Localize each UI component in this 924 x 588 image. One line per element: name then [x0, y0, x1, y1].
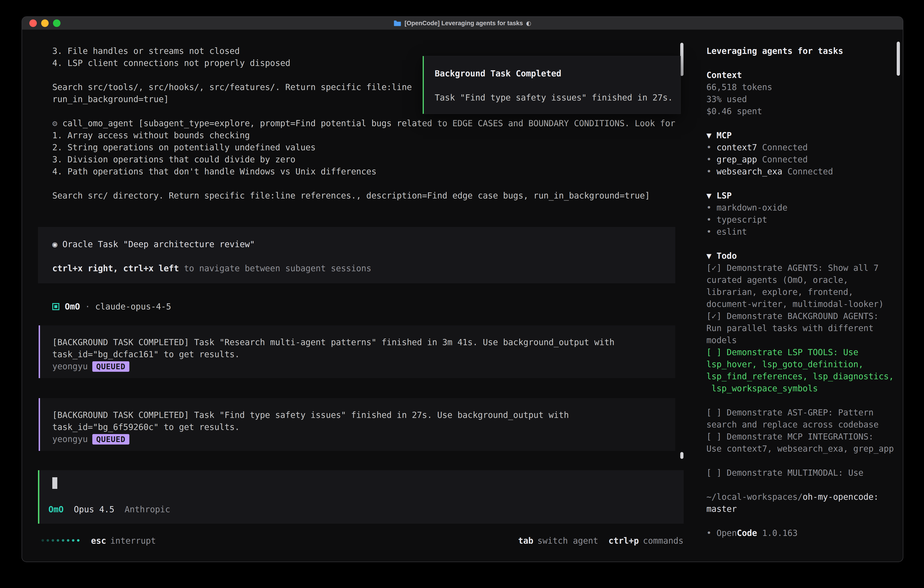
text-segment: typescript	[717, 215, 767, 225]
message-line: [BACKGROUND TASK COMPLETED] Task "Resear…	[52, 336, 675, 349]
sidebar-content: Leveraging agents for tasks Context66,51…	[706, 45, 894, 539]
transcript-scrollbar-thumb-bottom[interactable]	[680, 452, 683, 459]
terminal-line	[706, 455, 894, 467]
folder-icon	[394, 20, 401, 26]
notification-title: Background Task Completed	[435, 68, 680, 79]
text-segment: context7	[717, 142, 757, 152]
message-author: yeongyu	[52, 433, 88, 445]
text-segment: call_omo_agent [subagent_type=explore, p…	[63, 119, 675, 128]
message-block: [BACKGROUND TASK COMPLETED] Task "Resear…	[39, 325, 675, 378]
terminal-line: [ ] Demonstrate LSP TOOLS: Use	[706, 346, 894, 358]
prompt-input[interactable]: OmO Opus 4.5 Anthropic	[38, 470, 684, 524]
spinner-dot: •	[66, 536, 71, 546]
terminal-line[interactable]: ▼ MCP	[706, 129, 894, 141]
text-segment: Connected	[757, 155, 808, 164]
agent-icon	[52, 303, 59, 310]
terminal-line: [ ] Demonstrate MCP INTEGRATIONS:	[706, 431, 894, 443]
text-segment: ▼ Todo	[706, 251, 737, 261]
minimize-button[interactable]	[41, 20, 49, 27]
text-segment: websearch_exa	[717, 167, 782, 177]
message-block: [BACKGROUND TASK COMPLETED] Task "Find t…	[39, 398, 675, 451]
terminal-line: • context7 Connected	[706, 141, 894, 154]
spinner-dot: •	[45, 536, 50, 546]
message-line: task_id="bg_dcfac161" to get results.	[52, 349, 675, 360]
text-segment: models	[706, 335, 737, 345]
titlebar: [OpenCode] Leveraging agents for tasks ◐	[22, 17, 903, 30]
oracle-task-title: ◉ Oracle Task "Deep architecture review"	[52, 238, 675, 250]
status-badge: QUEUED	[92, 434, 129, 444]
message-author: yeongyu	[52, 360, 88, 372]
text-segment: Connected	[757, 142, 808, 152]
agent-name: OmO	[65, 301, 80, 313]
spacer	[52, 250, 675, 263]
text-segment: 4. LSP client connections not properly d…	[52, 58, 290, 68]
tab-hint: tab switch agent	[518, 535, 598, 547]
text-segment: librarian, explore, frontend,	[706, 287, 853, 297]
input-model-label: Opus 4.5	[74, 504, 114, 515]
spinner-dot: •	[51, 536, 56, 546]
window-title-text: [OpenCode] Leveraging agents for tasks	[404, 20, 523, 27]
terminal-line: • typescript	[706, 214, 894, 226]
text-segment: •	[706, 215, 717, 225]
terminal-line[interactable]: ▼ Todo	[706, 250, 894, 262]
text-segment: document-writer, multimodal-looker)	[706, 299, 884, 309]
spinner-dot: •	[40, 536, 45, 546]
terminal-line: $0.46 spent	[706, 105, 894, 117]
terminal-line	[706, 57, 894, 69]
terminal-line: 3. Division operations that could divide…	[52, 154, 675, 165]
text-segment: [ ] Demonstrate AST-GREP: Pattern	[706, 408, 873, 418]
app-window: [OpenCode] Leveraging agents for tasks ◐…	[21, 17, 903, 562]
terminal-line: Search src/ directory. Return specific f…	[52, 190, 675, 202]
window-controls	[29, 20, 61, 27]
text-segment: ⚙	[52, 119, 63, 128]
terminal-line: Use context7, websearch_exa, grep_app	[706, 443, 894, 455]
terminal-line: • websearch_exa Connected	[706, 165, 894, 178]
terminal-line: search and replace across codebase	[706, 419, 894, 431]
terminal-line[interactable]: ▼ LSP	[706, 190, 894, 202]
spinner-dot: •	[76, 536, 81, 546]
close-button[interactable]	[29, 20, 37, 27]
text-segment: 33% used	[706, 94, 747, 104]
text-segment: Search src/ directory. Return specific f…	[52, 191, 650, 201]
terminal-line: lsp_hover, lsp_goto_definition,	[706, 358, 894, 370]
terminal-line: • markdown-oxide	[706, 202, 894, 214]
status-right: tab switch agent ctrl+p commands	[518, 535, 683, 547]
notification-toast: Background Task Completed Task "Find typ…	[422, 56, 681, 114]
text-segment: 3. File handles or streams not closed	[52, 46, 240, 56]
text-segment: master	[706, 504, 737, 514]
sidebar-scrollbar-thumb[interactable]	[897, 41, 900, 76]
terminal-line: 66,518 tokens	[706, 81, 894, 93]
text-segment: 1. Array access without bounds checking	[52, 130, 250, 140]
text-segment: markdown-oxide	[717, 203, 787, 213]
text-segment: $0.46 spent	[706, 106, 762, 116]
transcript-scrollbar-thumb[interactable]	[680, 43, 683, 76]
agent-icon-fill	[54, 305, 57, 308]
terminal-line: ⚙ call_omo_agent [subagent_type=explore,…	[52, 117, 675, 129]
spinner-dot: •	[61, 536, 66, 546]
terminal-line	[706, 117, 894, 129]
tab-key: tab	[518, 535, 533, 547]
sidebar: Leveraging agents for tasks Context66,51…	[685, 30, 903, 562]
text-segment: •	[706, 155, 717, 164]
esc-key: esc	[91, 535, 106, 547]
zoom-button[interactable]	[53, 20, 61, 27]
terminal-line	[706, 515, 894, 527]
text-segment: Open	[717, 528, 737, 538]
text-segment: Run parallel tasks with different	[706, 323, 873, 333]
oracle-hint-text: to navigate between subagent sessions	[179, 264, 371, 273]
terminal-line: • grep_app Connected	[706, 154, 894, 165]
text-segment: ▼ MCP	[706, 130, 732, 140]
window-title: [OpenCode] Leveraging agents for tasks ◐	[394, 20, 531, 27]
text-segment: [✓] Demonstrate BACKGROUND AGENTS:	[706, 311, 878, 321]
status-bar: •••••••• esc interrupt tab switch agent …	[22, 535, 685, 547]
text-segment: [ ] Demonstrate MCP INTEGRATIONS:	[706, 432, 873, 441]
terminal-line: • OpenCode 1.0.163	[706, 527, 894, 539]
main-content: 3. File handles or streams not closed4. …	[22, 30, 685, 562]
text-segment: •	[706, 167, 717, 177]
terminal-line: [ ] Demonstrate MULTIMODAL: Use	[706, 467, 894, 479]
text-segment: 1.0.163	[757, 528, 798, 538]
text-segment: [ ] Demonstrate MULTIMODAL: Use	[706, 468, 863, 478]
oracle-task-box: ◉ Oracle Task "Deep architecture review"…	[38, 227, 675, 283]
terminal-line	[52, 178, 675, 190]
tab-label: switch agent	[538, 535, 598, 547]
